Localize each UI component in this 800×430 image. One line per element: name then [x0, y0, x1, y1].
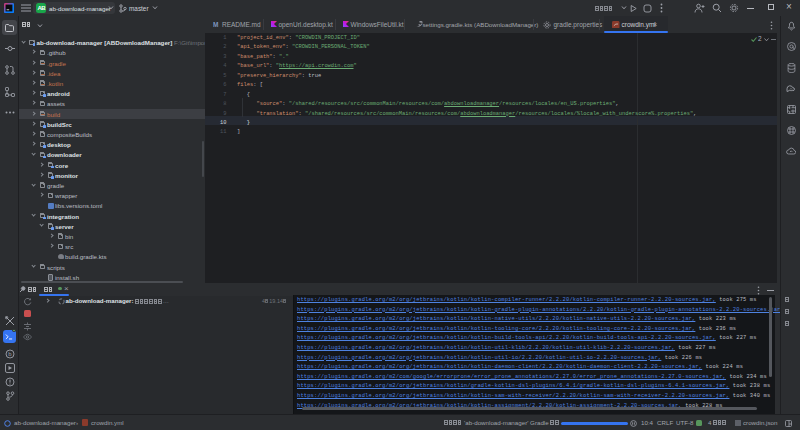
svg-text:M: M — [213, 21, 218, 28]
svg-text:b: b — [8, 351, 12, 357]
